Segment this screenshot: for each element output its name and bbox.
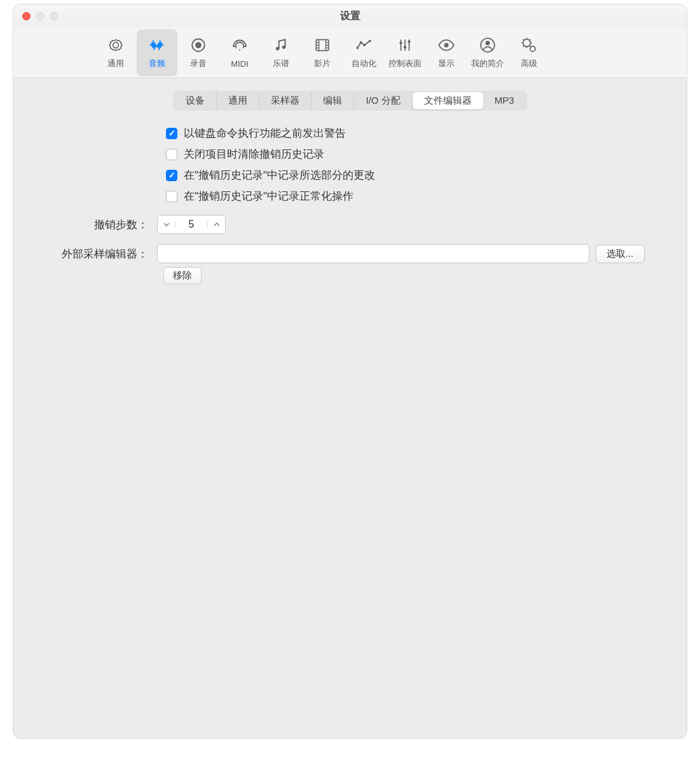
svg-point-14 — [408, 40, 410, 43]
chevron-down-icon — [163, 221, 170, 228]
toolbar-score[interactable]: 乐谱 — [261, 29, 301, 76]
svg-point-8 — [356, 46, 359, 49]
warn-before-keyboard-checkbox[interactable] — [166, 128, 177, 139]
profile-icon — [478, 36, 497, 55]
tab-edit[interactable]: 编辑 — [312, 92, 354, 109]
toolbar-label: 录音 — [190, 58, 207, 69]
toolbar-label: 显示 — [438, 58, 455, 69]
choose-button[interactable]: 选取... — [596, 245, 645, 263]
undo-steps-value: 5 — [175, 219, 207, 230]
svg-point-18 — [523, 39, 531, 47]
svg-point-17 — [486, 41, 490, 45]
record-normalize-checkbox[interactable] — [166, 191, 177, 202]
sub-tabs: 设备 通用 采样器 编辑 I/O 分配 文件编辑器 MP3 — [173, 91, 526, 111]
close-window-button[interactable] — [22, 12, 31, 20]
record-icon — [189, 36, 208, 55]
record-normalize-label: 在"撤销历史记录"中记录正常化操作 — [184, 189, 353, 203]
titlebar: 设置 — [13, 4, 687, 27]
clear-undo-on-close-checkbox[interactable] — [166, 149, 177, 160]
svg-point-2 — [236, 47, 237, 48]
toolbar-advanced[interactable]: 高级 — [509, 29, 549, 76]
svg-point-5 — [276, 47, 279, 50]
toolbar-label: 乐谱 — [273, 58, 289, 69]
automation-icon — [354, 36, 373, 55]
svg-point-6 — [282, 46, 285, 49]
minimize-window-button[interactable] — [36, 12, 45, 20]
toolbar-label: 音频 — [149, 58, 165, 69]
chevron-up-icon — [214, 221, 220, 228]
remove-button[interactable]: 移除 — [163, 267, 202, 284]
record-selection-changes-checkbox[interactable] — [166, 170, 177, 181]
svg-point-12 — [399, 42, 402, 45]
svg-point-9 — [360, 41, 362, 44]
toolbar-general[interactable]: 通用 — [95, 29, 136, 76]
traffic-lights — [22, 12, 58, 20]
toolbar-label: 自动化 — [352, 58, 376, 69]
toolbar-video[interactable]: 影片 — [302, 29, 343, 76]
svg-point-15 — [444, 43, 449, 48]
warn-before-keyboard-label: 以键盘命令执行功能之前发出警告 — [184, 126, 346, 141]
svg-point-10 — [363, 44, 366, 46]
toolbar-display[interactable]: 显示 — [426, 29, 467, 76]
toolbar-audio[interactable]: 音频 — [137, 29, 177, 76]
svg-point-3 — [242, 47, 244, 48]
stepper-increment[interactable] — [207, 221, 225, 228]
toolbar-record[interactable]: 录音 — [178, 29, 219, 76]
svg-point-19 — [530, 46, 535, 52]
toolbar-label: 影片 — [314, 58, 331, 69]
settings-window: 设置 通用 音频 录音 MIDI 乐谱 影片 自动化 — [13, 4, 687, 739]
undo-steps-label: 撤销步数： — [26, 217, 157, 232]
tab-devices[interactable]: 设备 — [174, 92, 217, 109]
tab-file-editor[interactable]: 文件编辑器 — [413, 92, 483, 109]
midi-icon — [230, 37, 249, 56]
toolbar-control-surface[interactable]: 控制表面 — [385, 29, 425, 76]
content-area: 以键盘命令执行功能之前发出警告 关闭项目时清除撤销历史记录 在"撤销历史记录"中… — [13, 117, 687, 297]
svg-point-11 — [369, 40, 371, 43]
film-icon — [313, 36, 332, 55]
svg-point-4 — [239, 49, 240, 50]
tab-general[interactable]: 通用 — [217, 92, 259, 109]
stepper-decrement[interactable] — [158, 221, 175, 228]
record-selection-changes-label: 在"撤销历史记录"中记录所选部分的更改 — [184, 168, 375, 182]
window-title: 设置 — [340, 10, 360, 23]
toolbar-label: 控制表面 — [388, 58, 422, 69]
clear-undo-on-close-label: 关闭项目时清除撤销历史记录 — [184, 147, 324, 162]
preferences-toolbar: 通用 音频 录音 MIDI 乐谱 影片 自动化 控制表面 — [13, 27, 687, 78]
zoom-window-button[interactable] — [50, 12, 58, 20]
checkbox-group: 以键盘命令执行功能之前发出警告 关闭项目时清除撤销历史记录 在"撤销历史记录"中… — [166, 126, 674, 203]
tab-sampler[interactable]: 采样器 — [259, 92, 312, 109]
external-editor-field[interactable] — [157, 244, 589, 263]
toolbar-midi[interactable]: MIDI — [219, 29, 260, 76]
notes-icon — [271, 36, 291, 55]
external-editor-label: 外部采样编辑器： — [26, 247, 157, 261]
tab-io[interactable]: I/O 分配 — [354, 92, 412, 109]
gears-icon — [519, 36, 539, 55]
toolbar-label: 高级 — [521, 58, 537, 69]
tab-mp3[interactable]: MP3 — [483, 92, 526, 109]
toolbar-label: 我的简介 — [471, 58, 504, 69]
undo-steps-stepper[interactable]: 5 — [157, 215, 226, 234]
gear-icon — [106, 36, 125, 55]
toolbar-label: MIDI — [231, 59, 248, 69]
svg-point-1 — [195, 42, 202, 48]
waveform-icon — [148, 36, 167, 55]
eye-icon — [437, 36, 456, 55]
toolbar-my-profile[interactable]: 我的简介 — [467, 29, 508, 76]
toolbar-label: 通用 — [107, 58, 124, 69]
svg-point-13 — [404, 46, 406, 48]
toolbar-automation[interactable]: 自动化 — [343, 29, 384, 76]
sliders-icon — [395, 36, 415, 55]
